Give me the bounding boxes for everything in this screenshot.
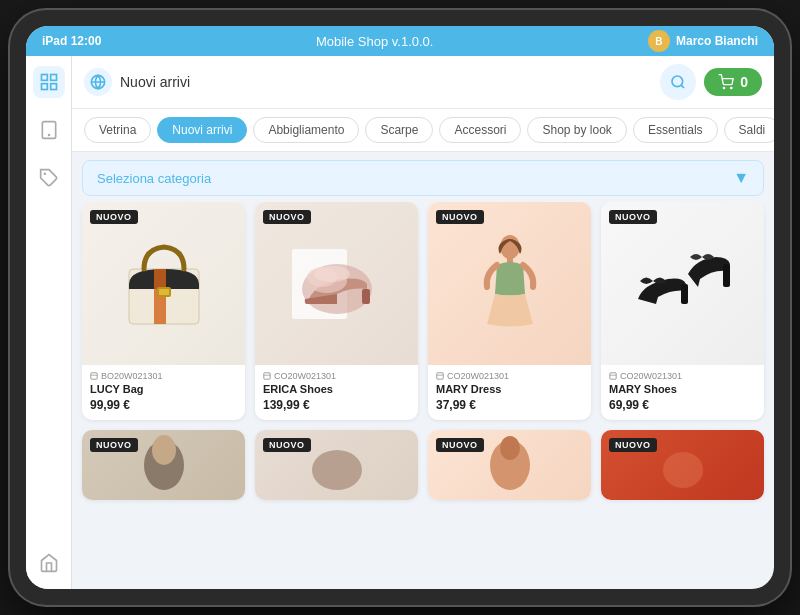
status-time: iPad 12:00 [42, 34, 101, 48]
svg-point-38 [312, 450, 362, 490]
svg-rect-34 [610, 373, 616, 379]
user-info: B Marco Bianchi [648, 30, 758, 52]
svg-point-40 [500, 436, 520, 460]
product-badge-3: NUOVO [436, 210, 484, 224]
products-grid: NUOVO BO20W021301 LUCY Bag 99,99 € [82, 202, 764, 500]
svg-rect-30 [437, 373, 443, 379]
svg-point-25 [314, 266, 350, 282]
svg-rect-3 [50, 84, 56, 90]
product-code-1: BO20W021301 [90, 371, 237, 381]
products-scroll: NUOVO BO20W021301 LUCY Bag 99,99 € [72, 202, 774, 589]
svg-rect-1 [50, 75, 56, 81]
status-bar: iPad 12:00 Mobile Shop v.1.0.0. B Marco … [26, 26, 774, 56]
product-name-2: ERICA Shoes [263, 383, 410, 395]
svg-rect-0 [41, 75, 47, 81]
tab-saldi[interactable]: Saldi [724, 117, 774, 143]
product-name-3: MARY Dress [436, 383, 583, 395]
product-card-7[interactable]: NUOVO [428, 430, 591, 500]
product-badge-6: NUOVO [263, 438, 311, 452]
category-selector-label: Seleziona categoria [97, 171, 211, 186]
svg-rect-32 [681, 284, 688, 304]
svg-point-12 [731, 87, 732, 88]
product-badge-8: NUOVO [609, 438, 657, 452]
product-price-4: 69,99 € [609, 398, 756, 412]
top-nav: Nuovi arrivi 0 [72, 56, 774, 109]
cart-count: 0 [740, 74, 748, 90]
ipad-frame: iPad 12:00 Mobile Shop v.1.0.0. B Marco … [10, 10, 790, 605]
sidebar-icon-home[interactable] [33, 547, 65, 579]
product-image-1 [82, 202, 245, 365]
product-card-5[interactable]: NUOVO [82, 430, 245, 500]
product-card-8[interactable]: NUOVO [601, 430, 764, 500]
svg-rect-18 [91, 373, 97, 379]
product-badge-1: NUOVO [90, 210, 138, 224]
svg-point-9 [672, 76, 683, 87]
svg-line-10 [681, 85, 684, 88]
tab-abbigliamento[interactable]: Abbigliamento [253, 117, 359, 143]
search-button[interactable] [660, 64, 696, 100]
tab-nuovi-arrivi[interactable]: Nuovi arrivi [157, 117, 247, 143]
product-price-1: 99,99 € [90, 398, 237, 412]
product-image-4 [601, 202, 764, 365]
svg-rect-2 [41, 84, 47, 90]
category-selector-arrow: ▼ [733, 169, 749, 187]
category-selector[interactable]: Seleziona categoria ▼ [82, 160, 764, 196]
tab-shop-by-look[interactable]: Shop by look [527, 117, 626, 143]
svg-rect-33 [723, 264, 730, 287]
product-code-2: CO20W021301 [263, 371, 410, 381]
product-card-3[interactable]: NUOVO CO20W021301 MARY Dress 37,99 € [428, 202, 591, 420]
product-price-3: 37,99 € [436, 398, 583, 412]
product-price-2: 139,99 € [263, 398, 410, 412]
product-card-2[interactable]: NUOVO CO20W021301 ERICA Shoes 139,99 € [255, 202, 418, 420]
product-badge-2: NUOVO [263, 210, 311, 224]
tab-essentials[interactable]: Essentials [633, 117, 718, 143]
svg-rect-22 [362, 289, 370, 304]
sidebar-icon-tag[interactable] [33, 162, 65, 194]
product-card-4[interactable]: NUOVO CO20W021301 MARY Shoes 69,99 € [601, 202, 764, 420]
product-badge-7: NUOVO [436, 438, 484, 452]
sidebar [26, 56, 72, 589]
product-name-1: LUCY Bag [90, 383, 237, 395]
svg-point-41 [663, 452, 703, 488]
product-code-3: CO20W021301 [436, 371, 583, 381]
svg-rect-17 [159, 289, 169, 295]
user-avatar: B [648, 30, 670, 52]
cart-button[interactable]: 0 [704, 68, 762, 96]
product-badge-5: NUOVO [90, 438, 138, 452]
svg-point-11 [724, 87, 725, 88]
nav-location-icon [84, 68, 112, 96]
product-badge-4: NUOVO [609, 210, 657, 224]
svg-point-37 [152, 435, 176, 465]
tab-scarpe[interactable]: Scarpe [365, 117, 433, 143]
svg-rect-26 [264, 373, 270, 379]
product-name-4: MARY Shoes [609, 383, 756, 395]
app-title: Mobile Shop v.1.0.0. [316, 34, 434, 49]
category-tabs: Vetrina Nuovi arrivi Abbigliamento Scarp… [72, 109, 774, 152]
product-image-2 [255, 202, 418, 365]
main-layout: Nuovi arrivi 0 [26, 56, 774, 589]
nav-title: Nuovi arrivi [120, 74, 652, 90]
user-name: Marco Bianchi [676, 34, 758, 48]
product-code-4: CO20W021301 [609, 371, 756, 381]
sidebar-icon-grid[interactable] [33, 66, 65, 98]
tab-vetrina[interactable]: Vetrina [84, 117, 151, 143]
content-area: Nuovi arrivi 0 [72, 56, 774, 589]
sidebar-icon-tablet[interactable] [33, 114, 65, 146]
tab-accessori[interactable]: Accessori [439, 117, 521, 143]
product-card-6[interactable]: NUOVO [255, 430, 418, 500]
ipad-screen: iPad 12:00 Mobile Shop v.1.0.0. B Marco … [26, 26, 774, 589]
product-card-1[interactable]: NUOVO BO20W021301 LUCY Bag 99,99 € [82, 202, 245, 420]
product-image-3 [428, 202, 591, 365]
